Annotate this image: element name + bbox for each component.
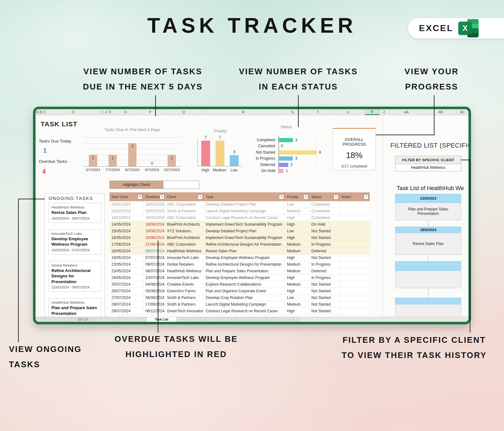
column-header-T[interactable]: T <box>304 109 332 115</box>
cell-client[interactable]: XYZ Solutions <box>165 228 204 234</box>
cell-deadline[interactable]: 18/06/2024 <box>143 221 165 228</box>
cell-deadline[interactable]: 10/07/2024 <box>143 275 165 281</box>
cell-notes[interactable] <box>340 281 370 288</box>
cell-deadline[interactable]: 06/07/2024 <box>143 248 165 254</box>
column-header-B[interactable]: B <box>39 109 43 115</box>
cell-notes[interactable] <box>340 215 370 221</box>
filtered-card-date[interactable] <box>395 261 461 271</box>
column-header-O[interactable]: O <box>112 109 139 115</box>
cell-start-date[interactable]: 18/05/2024 <box>109 248 143 254</box>
cell-client[interactable]: ABC Corporation <box>165 201 204 208</box>
cell-client[interactable]: InnovateTech Labs <box>165 275 204 281</box>
cell-priority[interactable]: High <box>285 221 309 228</box>
cell-priority[interactable]: Low <box>285 228 309 234</box>
cell-task[interactable]: Refine Architectural Designs for Present… <box>204 241 285 248</box>
cell-task[interactable]: Explore Research Collaborations <box>204 281 285 288</box>
cell-status[interactable]: Deferred <box>309 248 340 254</box>
column-header-V[interactable]: V <box>365 109 380 115</box>
sheet-tab[interactable] <box>45 317 72 322</box>
cell-priority[interactable]: Low <box>285 201 309 208</box>
cell-client[interactable]: HealthHub Wellness <box>165 268 204 274</box>
cell-deadline[interactable]: 17/09/2024 <box>143 301 165 308</box>
cell-notes[interactable] <box>340 228 370 234</box>
cell-status[interactable]: Not Started <box>309 255 340 261</box>
filter-client-value[interactable]: HealthHub Wellness <box>395 164 461 171</box>
cell-status[interactable]: On Hold <box>309 221 340 228</box>
cell-deadline[interactable]: 03/02/2023 <box>143 208 165 214</box>
cell-start-date[interactable]: 15/01/2023 <box>109 201 143 208</box>
cell-notes[interactable] <box>340 275 370 281</box>
cell-task[interactable]: Implement GreenTech Sustainability Progr… <box>204 235 285 241</box>
cell-priority[interactable]: High <box>285 235 309 241</box>
column-header-R[interactable]: R <box>206 109 281 115</box>
cell-priority[interactable]: High <box>285 215 309 221</box>
cell-priority[interactable]: Medium <box>285 281 309 288</box>
cell-priority[interactable]: High <box>285 275 309 281</box>
cell-notes[interactable] <box>340 208 370 214</box>
ongoing-task-card[interactable]: InnovateTech LabsDevelop Employee Wellne… <box>49 229 101 255</box>
cell-status[interactable]: Completed <box>309 208 340 214</box>
cell-start-date[interactable]: 27/07/2024 <box>109 295 143 301</box>
cell-notes[interactable] <box>340 201 370 208</box>
cell-start-date[interactable]: 24/05/2024 <box>109 275 143 281</box>
cell-notes[interactable] <box>340 308 370 314</box>
cell-client[interactable]: BluePrint Architects <box>165 221 204 228</box>
cell-task[interactable]: Develop Crop Rotation Plan <box>204 295 285 301</box>
filter-dropdown-icon[interactable]: ▾ <box>364 195 368 199</box>
cell-task[interactable]: Refine Architectural Designs for Present… <box>204 261 285 268</box>
cell-task[interactable]: Develop Employee Wellness Program <box>204 255 285 261</box>
cell-status[interactable]: In Progress <box>309 261 340 268</box>
cell-notes[interactable] <box>340 235 370 241</box>
cell-start-date[interactable]: 22/05/2024 <box>109 261 143 268</box>
sheet-tab-task-list[interactable]: Task List <box>147 317 177 322</box>
filtered-card-date[interactable]: 23/5/2024 <box>395 194 461 203</box>
column-header-Q[interactable]: Q <box>162 109 206 115</box>
cell-start-date[interactable]: 15/05/2024 <box>109 228 143 234</box>
filter-by-client-button[interactable]: FILTER BY SPECIFIC CLIENT <box>395 156 461 164</box>
ongoing-task-card[interactable]: HealthHub WellnessRevise Sales Plan18/05… <box>49 203 101 223</box>
cell-task[interactable]: Develop Detailed Project Plan <box>204 228 285 234</box>
cell-notes[interactable] <box>340 288 370 294</box>
cell-notes[interactable] <box>340 301 370 308</box>
column-header-A[interactable]: A <box>36 109 39 115</box>
filtered-card-task[interactable] <box>395 271 461 288</box>
cell-status[interactable]: Not Started <box>309 288 340 294</box>
column-header-Z[interactable]: Z <box>380 109 389 115</box>
cell-start-date[interactable]: 18/02/2023 <box>109 215 143 221</box>
column-header-C[interactable]: C <box>43 109 46 115</box>
column-header-S[interactable]: S <box>281 109 304 115</box>
column-header-I[interactable]: I <box>100 109 104 115</box>
ongoing-task-card[interactable]: Global RetailersRefine Architectural Des… <box>49 261 101 292</box>
cell-task[interactable]: Plan and Prepare Sales Presentation <box>204 268 285 274</box>
cell-notes[interactable] <box>340 255 370 261</box>
sheet-tab[interactable] <box>36 317 45 322</box>
cell-task[interactable]: Launch Digital Marketing Campaign <box>204 301 285 308</box>
filtered-card-date[interactable]: 18/5/2024 <box>395 227 461 233</box>
cell-deadline[interactable]: 21/06/2024 <box>143 241 165 248</box>
cell-priority[interactable]: Medium <box>285 208 309 214</box>
cell-status[interactable]: In Progress <box>309 275 340 281</box>
cell-start-date[interactable]: 19/05/2024 <box>109 255 143 261</box>
cell-client[interactable]: BluePrint Architects <box>165 235 204 241</box>
filter-dropdown-icon[interactable]: ▾ <box>303 195 308 199</box>
cell-priority[interactable]: Low <box>285 295 309 301</box>
cell-start-date[interactable]: 17/05/2024 <box>109 241 143 248</box>
highlight-client-input[interactable] <box>163 181 199 189</box>
cell-notes[interactable] <box>340 221 370 228</box>
cell-deadline[interactable]: 04/08/2024 <box>143 281 165 288</box>
cell-status[interactable]: Not Started <box>309 281 340 288</box>
column-header-U[interactable]: U <box>332 109 365 115</box>
cell-priority[interactable]: Medium <box>285 301 309 308</box>
sheet-tab[interactable] <box>237 317 267 322</box>
cell-status[interactable]: Deferred <box>309 268 340 274</box>
sheet-tab[interactable] <box>205 317 237 322</box>
filtered-card-task[interactable]: Revise Sales Plan <box>395 233 461 255</box>
cell-task[interactable]: Revise Sales Plan <box>204 248 285 254</box>
column-header-J[interactable]: J <box>104 109 108 115</box>
cell-task[interactable]: Conduct Legal Research on Recent Cases <box>204 308 285 314</box>
cell-status[interactable]: Completed <box>309 215 340 221</box>
cell-task[interactable]: Implement GreenTech Sustainability Progr… <box>204 221 285 228</box>
cell-client[interactable]: GreenTech Innovations <box>165 308 204 314</box>
filter-dropdown-icon[interactable]: ▾¹ <box>137 195 142 199</box>
cell-start-date[interactable]: 29/07/2024 <box>109 308 143 314</box>
